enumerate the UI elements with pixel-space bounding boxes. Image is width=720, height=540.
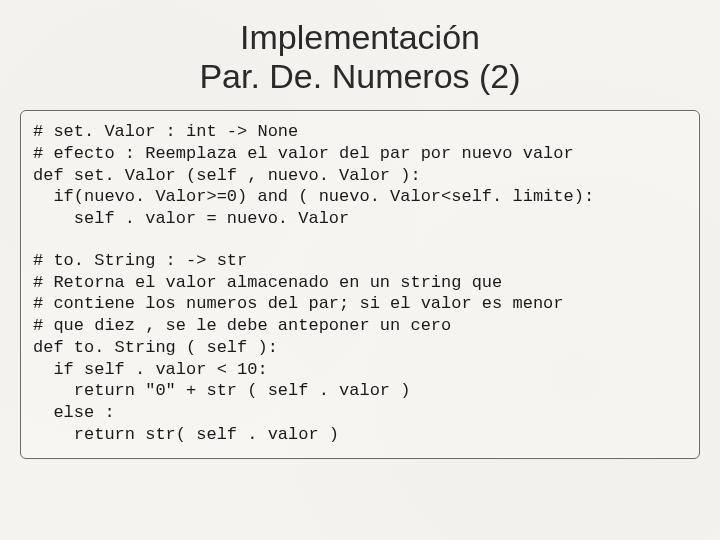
code-block-setvalor: # set. Valor : int -> None # efecto : Re…: [33, 121, 687, 230]
slide-title: Implementación Par. De. Numeros (2): [20, 18, 700, 96]
title-line-2: Par. De. Numeros (2): [199, 57, 520, 95]
code-block-tostring: # to. String : -> str # Retorna el valor…: [33, 250, 687, 446]
code-card: # set. Valor : int -> None # efecto : Re…: [20, 110, 700, 459]
title-line-1: Implementación: [240, 18, 480, 56]
slide: Implementación Par. De. Numeros (2) # se…: [0, 0, 720, 540]
